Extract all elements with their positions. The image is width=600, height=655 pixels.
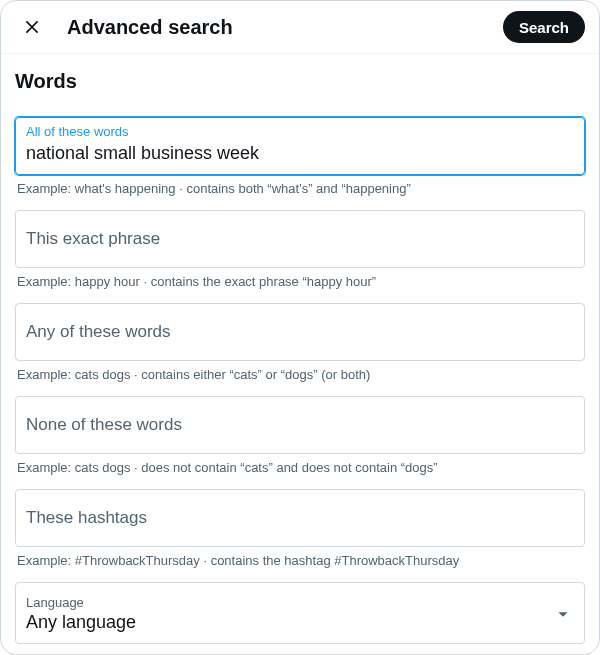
- field-all-words: All of these words Example: what's happe…: [15, 117, 585, 196]
- field-hashtags: These hashtags Example: #ThrowbackThursd…: [15, 489, 585, 568]
- field-label: All of these words: [26, 124, 574, 141]
- exact-phrase-input[interactable]: This exact phrase: [15, 210, 585, 268]
- field-any-words: Any of these words Example: cats dogs · …: [15, 303, 585, 382]
- field-label: None of these words: [26, 415, 182, 434]
- field-exact-phrase: This exact phrase Example: happy hour · …: [15, 210, 585, 289]
- page-title: Advanced search: [67, 16, 503, 39]
- search-button[interactable]: Search: [503, 11, 585, 43]
- field-example: Example: #ThrowbackThursday · contains t…: [15, 553, 585, 568]
- hashtags-input[interactable]: These hashtags: [15, 489, 585, 547]
- close-button[interactable]: [15, 10, 49, 44]
- field-all-words-wrap[interactable]: All of these words: [15, 117, 585, 175]
- field-example: Example: cats dogs · contains either “ca…: [15, 367, 585, 382]
- none-words-input[interactable]: None of these words: [15, 396, 585, 454]
- section-title-words: Words: [15, 62, 585, 105]
- field-example: Example: happy hour · contains the exact…: [15, 274, 585, 289]
- chevron-down-icon: [552, 603, 574, 625]
- field-label: Any of these words: [26, 322, 171, 341]
- language-value: Any language: [26, 612, 552, 633]
- field-example: Example: what's happening · contains bot…: [15, 181, 585, 196]
- any-words-input[interactable]: Any of these words: [15, 303, 585, 361]
- field-label: This exact phrase: [26, 229, 160, 248]
- field-example: Example: cats dogs · does not contain “c…: [15, 460, 585, 475]
- language-select[interactable]: Language Any language: [15, 582, 585, 644]
- field-none-words: None of these words Example: cats dogs ·…: [15, 396, 585, 475]
- all-words-input[interactable]: [26, 143, 574, 164]
- language-label: Language: [26, 595, 552, 610]
- close-icon: [22, 17, 42, 37]
- field-label: These hashtags: [26, 508, 147, 527]
- header: Advanced search Search: [1, 1, 599, 54]
- content-area: Words All of these words Example: what's…: [1, 54, 599, 644]
